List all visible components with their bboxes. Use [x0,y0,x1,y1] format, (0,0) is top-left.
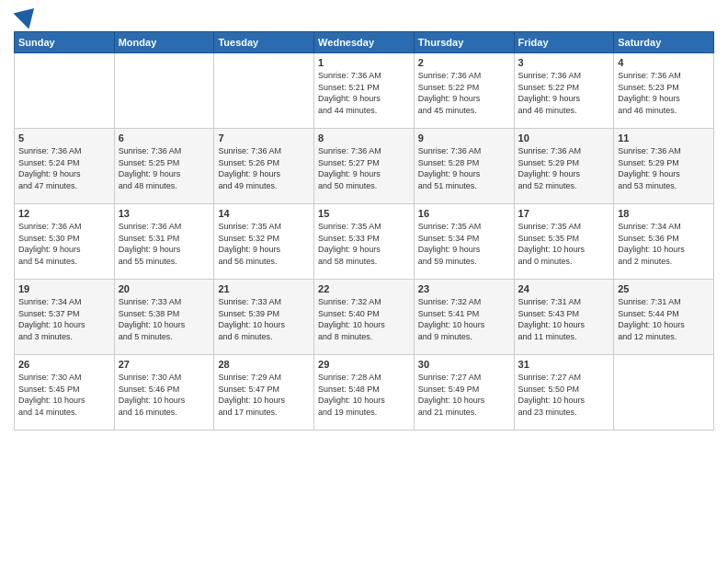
cell-text: Sunrise: 7:36 AM Sunset: 5:24 PM Dayligh… [18,145,110,191]
calendar-cell: 6Sunrise: 7:36 AM Sunset: 5:25 PM Daylig… [114,129,214,204]
week-row-5: 26Sunrise: 7:30 AM Sunset: 5:45 PM Dayli… [15,355,714,431]
calendar-cell: 17Sunrise: 7:35 AM Sunset: 5:35 PM Dayli… [514,204,614,280]
calendar-cell: 16Sunrise: 7:35 AM Sunset: 5:34 PM Dayli… [414,204,514,280]
day-number: 7 [218,132,310,144]
day-number: 18 [618,208,710,219]
calendar-cell: 20Sunrise: 7:33 AM Sunset: 5:38 PM Dayli… [114,280,214,355]
cell-text: Sunrise: 7:34 AM Sunset: 5:36 PM Dayligh… [618,221,710,267]
day-number: 12 [18,208,110,219]
page: SundayMondayTuesdayWednesdayThursdayFrid… [0,0,728,563]
calendar-cell: 7Sunrise: 7:36 AM Sunset: 5:26 PM Daylig… [214,129,314,204]
cell-text: Sunrise: 7:34 AM Sunset: 5:37 PM Dayligh… [18,296,110,342]
cell-text: Sunrise: 7:36 AM Sunset: 5:28 PM Dayligh… [418,145,510,191]
weekday-header-tuesday: Tuesday [214,32,314,53]
calendar-cell: 23Sunrise: 7:32 AM Sunset: 5:41 PM Dayli… [414,280,514,355]
weekday-header-friday: Friday [514,32,614,53]
calendar-cell: 8Sunrise: 7:36 AM Sunset: 5:27 PM Daylig… [314,129,415,204]
cell-text: Sunrise: 7:36 AM Sunset: 5:22 PM Dayligh… [518,70,610,116]
cell-text: Sunrise: 7:33 AM Sunset: 5:39 PM Dayligh… [218,296,310,342]
cell-text: Sunrise: 7:30 AM Sunset: 5:46 PM Dayligh… [119,372,210,418]
calendar-cell: 1Sunrise: 7:36 AM Sunset: 5:21 PM Daylig… [314,53,415,129]
logo-arrow-icon [13,0,41,29]
day-number: 23 [418,283,510,294]
week-row-1: 1Sunrise: 7:36 AM Sunset: 5:21 PM Daylig… [15,53,714,129]
cell-text: Sunrise: 7:36 AM Sunset: 5:25 PM Dayligh… [119,145,210,191]
weekday-header-monday: Monday [114,32,214,53]
calendar-cell: 29Sunrise: 7:28 AM Sunset: 5:48 PM Dayli… [314,355,415,431]
calendar-cell: 15Sunrise: 7:35 AM Sunset: 5:33 PM Dayli… [314,204,415,280]
day-number: 31 [518,359,610,370]
calendar-cell: 4Sunrise: 7:36 AM Sunset: 5:23 PM Daylig… [614,53,714,129]
calendar-cell: 3Sunrise: 7:36 AM Sunset: 5:22 PM Daylig… [514,53,614,129]
cell-text: Sunrise: 7:35 AM Sunset: 5:33 PM Dayligh… [318,221,410,267]
day-number: 6 [119,132,210,144]
day-number: 8 [318,132,410,144]
weekday-header-thursday: Thursday [414,32,514,53]
calendar-cell: 21Sunrise: 7:33 AM Sunset: 5:39 PM Dayli… [214,280,314,355]
cell-text: Sunrise: 7:35 AM Sunset: 5:35 PM Dayligh… [518,221,610,267]
cell-text: Sunrise: 7:36 AM Sunset: 5:30 PM Dayligh… [18,221,110,267]
day-number: 5 [18,132,110,144]
cell-text: Sunrise: 7:36 AM Sunset: 5:31 PM Dayligh… [119,221,210,267]
day-number: 13 [119,208,210,219]
calendar-cell [214,53,314,129]
calendar-cell [15,53,115,129]
day-number: 30 [418,359,510,370]
calendar-cell: 31Sunrise: 7:27 AM Sunset: 5:50 PM Dayli… [514,355,614,431]
calendar-cell: 25Sunrise: 7:31 AM Sunset: 5:44 PM Dayli… [614,280,714,355]
calendar-cell [114,53,214,129]
calendar-cell: 9Sunrise: 7:36 AM Sunset: 5:28 PM Daylig… [414,129,514,204]
day-number: 28 [218,359,310,370]
calendar-cell [614,355,714,431]
calendar-cell: 27Sunrise: 7:30 AM Sunset: 5:46 PM Dayli… [114,355,214,431]
calendar-cell: 5Sunrise: 7:36 AM Sunset: 5:24 PM Daylig… [15,129,115,204]
cell-text: Sunrise: 7:32 AM Sunset: 5:40 PM Dayligh… [318,296,410,342]
day-number: 24 [518,283,610,294]
cell-text: Sunrise: 7:28 AM Sunset: 5:48 PM Dayligh… [318,372,410,418]
day-number: 27 [119,359,210,370]
day-number: 2 [418,57,510,68]
day-number: 26 [18,359,110,370]
cell-text: Sunrise: 7:31 AM Sunset: 5:43 PM Dayligh… [518,296,610,342]
cell-text: Sunrise: 7:27 AM Sunset: 5:50 PM Dayligh… [518,372,610,418]
day-number: 22 [318,283,410,294]
day-number: 17 [518,208,610,219]
calendar-cell: 13Sunrise: 7:36 AM Sunset: 5:31 PM Dayli… [114,204,214,280]
weekday-header-sunday: Sunday [15,32,115,53]
day-number: 11 [618,132,710,144]
calendar-cell: 12Sunrise: 7:36 AM Sunset: 5:30 PM Dayli… [15,204,115,280]
cell-text: Sunrise: 7:35 AM Sunset: 5:34 PM Dayligh… [418,221,510,267]
week-row-3: 12Sunrise: 7:36 AM Sunset: 5:30 PM Dayli… [15,204,714,280]
cell-text: Sunrise: 7:32 AM Sunset: 5:41 PM Dayligh… [418,296,510,342]
week-row-2: 5Sunrise: 7:36 AM Sunset: 5:24 PM Daylig… [15,129,714,204]
calendar-cell: 2Sunrise: 7:36 AM Sunset: 5:22 PM Daylig… [414,53,514,129]
day-number: 9 [418,132,510,144]
calendar-cell: 30Sunrise: 7:27 AM Sunset: 5:49 PM Dayli… [414,355,514,431]
weekday-header-wednesday: Wednesday [314,32,415,53]
cell-text: Sunrise: 7:29 AM Sunset: 5:47 PM Dayligh… [218,372,310,418]
cell-text: Sunrise: 7:36 AM Sunset: 5:23 PM Dayligh… [618,70,710,116]
day-number: 25 [618,283,710,294]
week-row-4: 19Sunrise: 7:34 AM Sunset: 5:37 PM Dayli… [15,280,714,355]
calendar-table: SundayMondayTuesdayWednesdayThursdayFrid… [14,31,714,431]
cell-text: Sunrise: 7:27 AM Sunset: 5:49 PM Dayligh… [418,372,510,418]
weekday-header-saturday: Saturday [614,32,714,53]
calendar-cell: 10Sunrise: 7:36 AM Sunset: 5:29 PM Dayli… [514,129,614,204]
day-number: 14 [218,208,310,219]
cell-text: Sunrise: 7:31 AM Sunset: 5:44 PM Dayligh… [618,296,710,342]
cell-text: Sunrise: 7:36 AM Sunset: 5:29 PM Dayligh… [518,145,610,191]
cell-text: Sunrise: 7:30 AM Sunset: 5:45 PM Dayligh… [18,372,110,418]
cell-text: Sunrise: 7:33 AM Sunset: 5:38 PM Dayligh… [119,296,210,342]
header [14,9,714,24]
calendar-cell: 28Sunrise: 7:29 AM Sunset: 5:47 PM Dayli… [214,355,314,431]
day-number: 16 [418,208,510,219]
calendar-cell: 18Sunrise: 7:34 AM Sunset: 5:36 PM Dayli… [614,204,714,280]
cell-text: Sunrise: 7:36 AM Sunset: 5:26 PM Dayligh… [218,145,310,191]
day-number: 15 [318,208,410,219]
logo [14,9,39,24]
day-number: 3 [518,57,610,68]
calendar-cell: 22Sunrise: 7:32 AM Sunset: 5:40 PM Dayli… [314,280,415,355]
cell-text: Sunrise: 7:36 AM Sunset: 5:22 PM Dayligh… [418,70,510,116]
day-number: 10 [518,132,610,144]
weekday-header-row: SundayMondayTuesdayWednesdayThursdayFrid… [15,32,714,53]
